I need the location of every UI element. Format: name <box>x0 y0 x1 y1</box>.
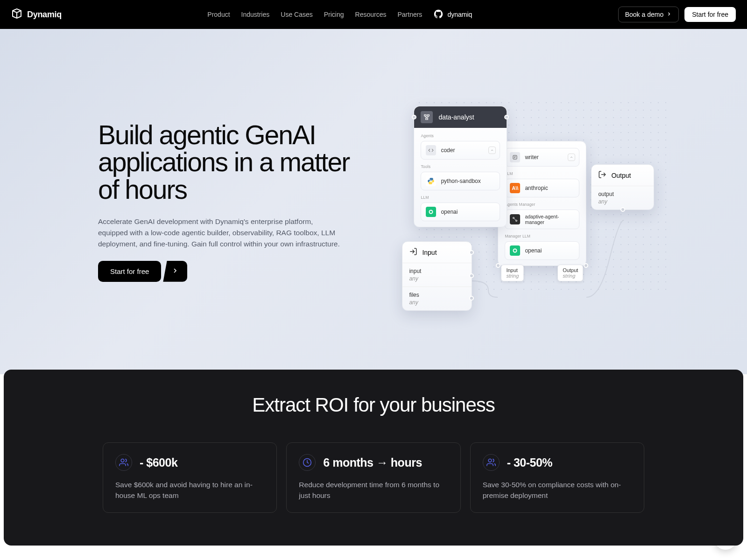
roi-desc: Reduce development time from 6 months to… <box>299 479 448 501</box>
start-free-button[interactable]: Start for free <box>684 7 736 22</box>
roi-card: 6 months → hours Reduce development time… <box>286 442 460 513</box>
chevron-up-icon <box>568 154 575 161</box>
openai-icon <box>426 207 436 217</box>
anthropic-icon: A\\ <box>510 183 520 193</box>
people-icon <box>483 454 500 471</box>
port-output-label: Output string <box>557 265 583 281</box>
svg-point-6 <box>513 217 514 219</box>
roi-cards: - $600k Save $600k and avoid having to h… <box>103 442 644 513</box>
item-label: python-sandbox <box>441 178 480 184</box>
output-field: output any <box>592 186 654 210</box>
section-label: Agents <box>421 133 500 138</box>
roi-stat: 6 months → hours <box>323 456 422 469</box>
mgr-llm-item-openai: openai <box>505 241 579 260</box>
nav-link-resources[interactable]: Resources <box>355 11 387 18</box>
output-icon <box>598 170 606 180</box>
svg-point-7 <box>516 220 517 222</box>
nav-link-pricing[interactable]: Pricing <box>324 11 344 18</box>
svg-rect-2 <box>426 118 428 119</box>
tool-item-python: python-sandbox <box>421 172 500 190</box>
hero-start-free-button[interactable]: Start for free <box>98 261 161 282</box>
nav-link-product[interactable]: Product <box>207 11 230 18</box>
section-label: LLM <box>421 195 500 200</box>
flowchart-icon <box>421 111 433 123</box>
section-label: LLM <box>505 171 579 176</box>
book-demo-label: Book a demo <box>625 11 664 18</box>
hero-arrow-button[interactable] <box>163 261 187 282</box>
roi-title: Extract ROI for your business <box>32 394 715 416</box>
svg-rect-3 <box>513 155 517 159</box>
roi-stat: - $600k <box>140 456 177 469</box>
item-label: openai <box>441 209 458 215</box>
panel-header: data-analyst <box>414 106 507 128</box>
port-dot <box>469 296 474 301</box>
github-link[interactable]: dynamiq <box>433 9 472 21</box>
panel-title: data-analyst <box>438 113 474 121</box>
hero-section: Build agentic GenAI applications in a ma… <box>0 29 747 374</box>
item-label: writer <box>525 154 538 161</box>
port-input-label: Input string <box>501 265 524 281</box>
manager-item: adaptive-agent-manager <box>505 210 579 229</box>
item-label: adaptive-agent-manager <box>525 214 574 225</box>
github-text: dynamiq <box>447 11 472 18</box>
svg-rect-0 <box>424 115 426 116</box>
hero-content: Build agentic GenAI applications in a ma… <box>98 121 362 281</box>
agent-item-writer: writer <box>505 148 579 167</box>
code-icon <box>426 145 436 155</box>
openai-icon <box>510 245 520 256</box>
roi-card: - 30-50% Save 30-50% on compliance costs… <box>470 442 644 513</box>
input-icon <box>409 247 417 257</box>
panel-output: Output output any <box>591 164 654 210</box>
github-icon <box>433 9 444 21</box>
panel-writer: writer LLM A\\ anthropic Agents Manager … <box>498 141 586 266</box>
clock-icon <box>299 454 316 471</box>
item-label: openai <box>525 247 542 254</box>
input-header: Input <box>402 242 472 263</box>
nav-links: Product Industries Use Cases Pricing Res… <box>207 9 472 21</box>
navbar: Dynamiq Product Industries Use Cases Pri… <box>0 0 747 29</box>
item-label: anthropic <box>525 185 548 191</box>
hero-cta-group: Start for free <box>98 261 362 282</box>
writer-icon <box>510 152 520 162</box>
roi-desc: Save $600k and avoid having to hire an i… <box>115 479 264 501</box>
hero-subtitle: Accelerate GenAI development with Dynami… <box>98 216 341 250</box>
section-label: Manager LLM <box>505 234 579 238</box>
brand-text: Dynamiq <box>27 10 62 20</box>
section-label: Tools <box>421 164 500 169</box>
svg-point-10 <box>121 459 124 462</box>
logo-icon <box>11 8 22 21</box>
svg-point-12 <box>488 459 492 462</box>
section-label: Agents Manager <box>505 202 579 207</box>
python-icon <box>426 176 436 186</box>
brand[interactable]: Dynamiq <box>11 8 62 21</box>
roi-section: Extract ROI for your business - $600k Sa… <box>4 370 743 546</box>
roi-card: - $600k Save $600k and avoid having to h… <box>103 442 277 513</box>
nav-link-usecases[interactable]: Use Cases <box>281 11 312 18</box>
book-demo-button[interactable]: Book a demo <box>618 7 679 22</box>
chevron-right-icon <box>171 267 179 276</box>
input-title: Input <box>422 249 437 256</box>
input-field: files any <box>402 287 472 310</box>
chevron-up-icon <box>488 147 496 154</box>
llm-item-anthropic: A\\ anthropic <box>505 179 579 197</box>
nav-link-partners[interactable]: Partners <box>397 11 422 18</box>
chevron-right-icon <box>666 11 672 18</box>
hero-title: Build agentic GenAI applications in a ma… <box>98 121 362 203</box>
item-label: coder <box>441 147 455 154</box>
output-header: Output <box>592 165 654 186</box>
panel-input: Input input any files any <box>402 241 472 311</box>
output-title: Output <box>611 172 631 179</box>
hero-visual: data-analyst Agents coder Tools python-s… <box>381 80 649 323</box>
panel-data-analyst: data-analyst Agents coder Tools python-s… <box>414 106 507 227</box>
svg-rect-1 <box>428 115 430 116</box>
input-field: input any <box>402 263 472 287</box>
roi-stat: - 30-50% <box>507 456 552 469</box>
navbar-actions: Book a demo Start for free <box>618 7 736 22</box>
agent-item-coder: coder <box>421 141 500 160</box>
people-icon <box>115 454 132 471</box>
llm-item-openai: openai <box>421 203 500 221</box>
port-dot <box>620 207 625 212</box>
manager-icon <box>510 214 520 224</box>
nav-link-industries[interactable]: Industries <box>241 11 270 18</box>
roi-desc: Save 30-50% on compliance costs with on-… <box>483 479 632 501</box>
